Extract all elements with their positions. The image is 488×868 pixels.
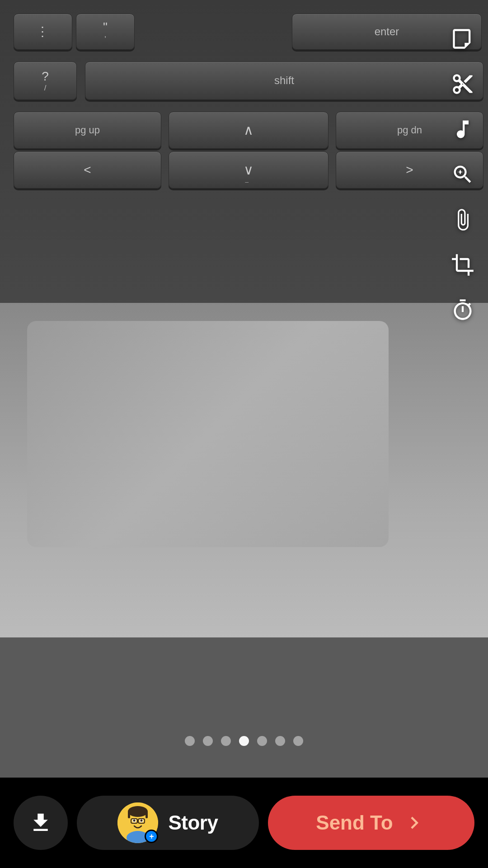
stopwatch-icon[interactable]	[446, 294, 479, 326]
story-label: Story	[168, 811, 218, 834]
bottom-bar: + Story Send To	[0, 778, 488, 868]
sticker-icon[interactable]	[446, 23, 479, 55]
story-button[interactable]: + Story	[77, 796, 259, 850]
crop-icon[interactable]	[446, 249, 479, 281]
trackpad-surface	[27, 321, 389, 547]
key-shift: shift	[85, 61, 483, 100]
music-icon[interactable]	[446, 113, 479, 146]
dot-7	[293, 736, 303, 746]
key-arrows-ud: ∧ ∨ ̲	[169, 112, 328, 189]
paperclip-icon[interactable]	[446, 203, 479, 236]
key-dots: ⋮	[14, 14, 72, 50]
send-to-button[interactable]: Send To	[268, 796, 474, 850]
svg-point-7	[133, 820, 136, 822]
svg-rect-3	[128, 811, 130, 818]
dot-1	[185, 736, 195, 746]
dot-4-active	[239, 736, 249, 746]
dot-5	[257, 736, 267, 746]
dot-2	[203, 736, 213, 746]
key-quote: " '	[76, 14, 135, 50]
svg-point-8	[141, 820, 143, 822]
dot-3	[221, 736, 231, 746]
download-button[interactable]	[14, 796, 68, 850]
right-toolbar	[446, 23, 479, 326]
key-pgup-left: pg up <	[14, 112, 161, 189]
key-question: ? /	[14, 61, 77, 100]
avatar-container: +	[117, 802, 158, 843]
background-photo: ⋮ " ' enter ? / shift pg	[0, 0, 488, 868]
timer-search-icon[interactable]	[446, 158, 479, 191]
pagination-dots	[185, 736, 303, 746]
svg-rect-4	[145, 811, 148, 818]
svg-point-2	[128, 806, 148, 817]
dot-6	[275, 736, 285, 746]
scissors-icon[interactable]	[446, 68, 479, 100]
send-to-label: Send To	[316, 811, 393, 834]
plus-badge: +	[145, 830, 158, 843]
trackpad-area	[0, 303, 488, 637]
